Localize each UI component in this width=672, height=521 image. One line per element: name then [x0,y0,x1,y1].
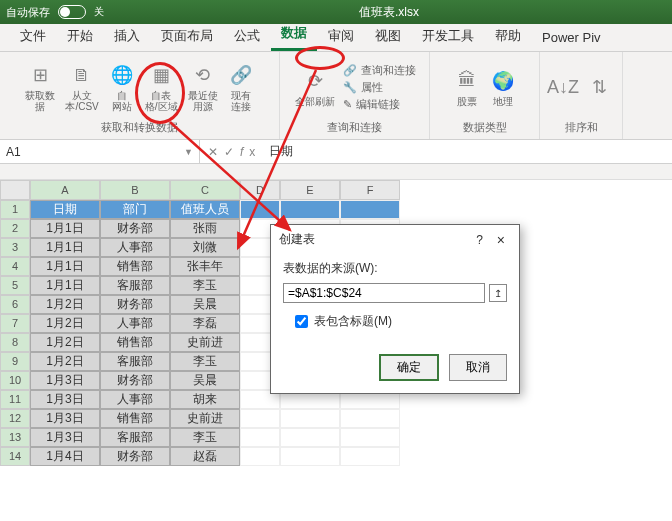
cell[interactable]: 1月1日 [30,219,100,238]
cell[interactable]: 李玉 [170,276,240,295]
tab-Power Piv[interactable]: Power Piv [532,24,611,51]
cell[interactable] [340,200,400,219]
cell[interactable]: 吴晨 [170,371,240,390]
cell[interactable]: 1月3日 [30,371,100,390]
cell[interactable]: 财务部 [100,219,170,238]
cell[interactable] [240,428,280,447]
cell[interactable]: 1月2日 [30,352,100,371]
row-header[interactable]: 4 [0,257,30,276]
select-all-corner[interactable] [0,180,30,200]
cell[interactable]: 史前进 [170,409,240,428]
row-header[interactable]: 6 [0,295,30,314]
cell[interactable]: 1月3日 [30,409,100,428]
row-header[interactable]: 8 [0,333,30,352]
cell[interactable]: 张雨 [170,219,240,238]
cell[interactable]: 财务部 [100,447,170,466]
ribbon-item[interactable]: ✎ 编辑链接 [343,96,416,113]
cell[interactable]: 赵磊 [170,447,240,466]
tab-帮助[interactable]: 帮助 [485,21,531,51]
row-header[interactable]: 2 [0,219,30,238]
cell[interactable] [340,447,400,466]
row-header[interactable]: 14 [0,447,30,466]
cell[interactable]: 1月1日 [30,238,100,257]
sort-button[interactable]: ⇅ [584,72,614,102]
help-button[interactable]: ? [468,233,491,247]
col-header[interactable]: F [340,180,400,200]
cell[interactable]: 1月2日 [30,314,100,333]
cell[interactable]: 1月3日 [30,390,100,409]
cell[interactable] [280,428,340,447]
cell[interactable]: 人事部 [100,390,170,409]
ribbon-btn[interactable]: 🏛股票 [452,66,482,109]
tab-开发工具[interactable]: 开发工具 [412,21,484,51]
col-header[interactable]: C [170,180,240,200]
cell[interactable]: 财务部 [100,371,170,390]
cell[interactable]: 史前进 [170,333,240,352]
ribbon-btn[interactable]: 🌍地理 [488,66,518,109]
cell[interactable]: 客服部 [100,428,170,447]
ribbon-item[interactable]: 🔗 查询和连接 [343,62,416,79]
cell[interactable]: 李玉 [170,428,240,447]
tab-页面布局[interactable]: 页面布局 [151,21,223,51]
cell[interactable]: 刘微 [170,238,240,257]
range-selector-button[interactable]: ↥ [489,284,507,302]
cell[interactable]: 日期 [30,200,100,219]
tab-审阅[interactable]: 审阅 [318,21,364,51]
ribbon-btn[interactable]: ⟲最近使用源 [186,60,220,114]
cell[interactable]: 客服部 [100,352,170,371]
ribbon-btn[interactable]: 🔗现有连接 [226,60,256,114]
cell[interactable]: 销售部 [100,409,170,428]
cell[interactable]: 1月2日 [30,333,100,352]
cell[interactable]: 李玉 [170,352,240,371]
row-header[interactable]: 1 [0,200,30,219]
cell[interactable] [280,200,340,219]
row-header[interactable]: 3 [0,238,30,257]
row-header[interactable]: 12 [0,409,30,428]
cell[interactable] [240,447,280,466]
row-header[interactable]: 7 [0,314,30,333]
tab-视图[interactable]: 视图 [365,21,411,51]
cell[interactable]: 李磊 [170,314,240,333]
row-header[interactable]: 11 [0,390,30,409]
cancel-button[interactable]: 取消 [449,354,507,381]
cell[interactable]: 销售部 [100,257,170,276]
cell[interactable]: 1月3日 [30,428,100,447]
has-headers-input[interactable] [295,315,308,328]
cell[interactable]: 客服部 [100,276,170,295]
name-box[interactable]: A1▼ [0,140,200,163]
row-header[interactable]: 10 [0,371,30,390]
ribbon-item[interactable]: 🔧 属性 [343,79,416,96]
cell[interactable]: 销售部 [100,333,170,352]
tab-公式[interactable]: 公式 [224,21,270,51]
cell[interactable]: 1月1日 [30,257,100,276]
has-headers-checkbox[interactable]: 表包含标题(M) [283,313,507,330]
cell[interactable]: 值班人员 [170,200,240,219]
cell[interactable]: 部门 [100,200,170,219]
cell[interactable] [340,428,400,447]
cell[interactable]: 财务部 [100,295,170,314]
tab-插入[interactable]: 插入 [104,21,150,51]
tab-数据[interactable]: 数据 [271,18,317,51]
cell[interactable]: 人事部 [100,314,170,333]
range-input[interactable] [283,283,485,303]
tab-开始[interactable]: 开始 [57,21,103,51]
cell[interactable]: 人事部 [100,238,170,257]
row-header[interactable]: 13 [0,428,30,447]
cell[interactable]: 1月4日 [30,447,100,466]
cell[interactable] [240,409,280,428]
cell[interactable] [280,409,340,428]
ribbon-btn[interactable]: 🌐自网站 [107,60,137,114]
cell[interactable] [280,447,340,466]
col-header[interactable]: D [240,180,280,200]
autosave-toggle[interactable] [58,5,86,19]
sort-asc-button[interactable]: A↓Z [548,72,578,102]
close-button[interactable]: × [491,232,511,248]
tab-文件[interactable]: 文件 [10,21,56,51]
row-header[interactable]: 9 [0,352,30,371]
col-header[interactable]: A [30,180,100,200]
row-header[interactable]: 5 [0,276,30,295]
cell[interactable]: 1月2日 [30,295,100,314]
cell[interactable]: 张丰年 [170,257,240,276]
ribbon-btn[interactable]: ▦自表格/区域 [143,60,180,114]
refresh-all-button[interactable]: ⟳全部刷新 [293,66,337,109]
